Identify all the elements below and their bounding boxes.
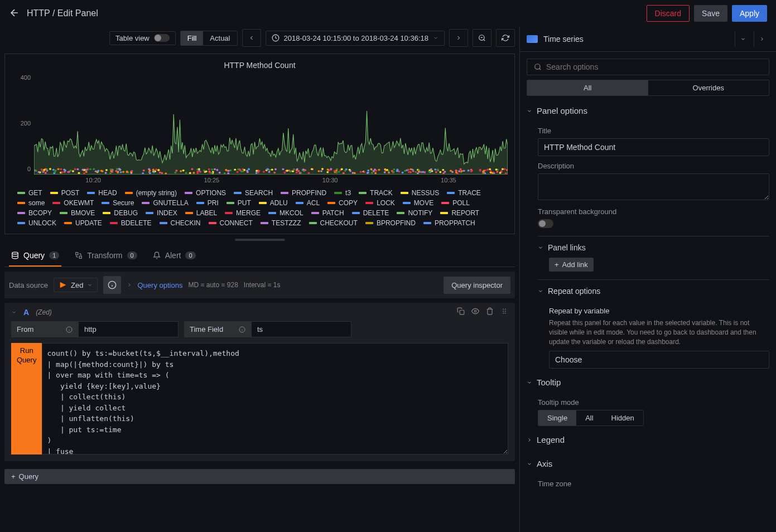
time-back-button[interactable] <box>242 29 261 47</box>
legend-item[interactable]: INDEX <box>146 209 177 217</box>
title-input[interactable] <box>538 138 769 156</box>
legend-item[interactable]: POST <box>50 189 80 197</box>
visualization-picker[interactable]: Time series <box>520 27 776 52</box>
legend-item[interactable]: DELETE <box>352 209 389 217</box>
legend-item[interactable]: DEBUG <box>103 209 138 217</box>
legend-item[interactable]: ACL <box>296 199 320 207</box>
legend-item[interactable]: POLL <box>441 199 470 207</box>
section-panel-options[interactable]: Panel options <box>527 100 769 121</box>
legend-item[interactable]: OKEWMT <box>52 199 94 207</box>
duplicate-query-button[interactable] <box>457 307 465 317</box>
legend-item[interactable]: GET <box>17 189 42 197</box>
zoom-out-button[interactable] <box>473 29 491 47</box>
datasource-help-button[interactable] <box>103 276 121 294</box>
discard-button[interactable]: Discard <box>647 5 690 22</box>
legend-item[interactable]: some <box>17 199 45 207</box>
query-options-link[interactable]: Query options <box>138 281 183 289</box>
legend-item[interactable]: PATCH <box>311 209 344 217</box>
run-query-button[interactable]: RunQuery <box>11 343 42 454</box>
delete-query-button[interactable] <box>486 307 494 317</box>
tab-alert[interactable]: Alert 0 <box>151 245 198 267</box>
legend-item[interactable]: GNUTELLA <box>142 199 188 207</box>
query-letter[interactable]: A <box>23 308 29 317</box>
legend-item[interactable]: PRI <box>196 199 219 207</box>
search-options-box[interactable] <box>527 59 769 75</box>
legend-item[interactable]: (empty string) <box>125 189 177 197</box>
section-panel-links[interactable]: Panel links <box>538 238 769 258</box>
chart-plot[interactable] <box>34 74 508 175</box>
table-view-toggle[interactable]: Table view <box>109 31 176 45</box>
viz-dropdown-button[interactable] <box>735 31 750 47</box>
apply-button[interactable]: Apply <box>732 5 767 22</box>
legend-item[interactable]: CHECKIN <box>160 219 201 227</box>
section-legend[interactable]: Legend <box>527 429 769 450</box>
legend-item[interactable]: TRACE <box>447 189 481 197</box>
legend-item[interactable]: PROPFIND <box>281 189 326 197</box>
legend-item[interactable]: TESTZZZ <box>261 219 301 227</box>
legend-item[interactable]: MERGE <box>225 209 261 217</box>
add-link-button[interactable]: + Add link <box>549 258 594 272</box>
legend-item[interactable]: REPORT <box>440 209 479 217</box>
fill-option[interactable]: Fill <box>181 31 204 45</box>
legend-item[interactable]: CONNECT <box>209 219 253 227</box>
tab-query[interactable]: Query 1 <box>9 245 61 267</box>
legend-item[interactable]: t3 <box>334 189 351 197</box>
viz-expand-button[interactable] <box>754 31 769 47</box>
legend-item[interactable]: CHECKOUT <box>309 219 358 227</box>
tab-all[interactable]: All <box>527 80 648 95</box>
chevron-down-icon[interactable] <box>11 309 17 315</box>
legend-item[interactable]: PROPPATCH <box>423 219 475 227</box>
legend-item[interactable]: BPROPFIND <box>365 219 416 227</box>
from-input[interactable] <box>78 321 179 337</box>
section-axis[interactable]: Axis <box>527 453 769 474</box>
refresh-button[interactable] <box>496 29 515 47</box>
add-query-button[interactable]: + Query <box>4 469 515 484</box>
tab-overrides[interactable]: Overrides <box>648 80 769 95</box>
time-forward-button[interactable] <box>449 29 468 47</box>
data-source-picker[interactable]: Zed <box>54 278 97 292</box>
time-range-picker[interactable]: 2018-03-24 10:15:00 to 2018-03-24 10:36:… <box>266 31 445 46</box>
tab-transform[interactable]: Transform 0 <box>73 245 139 267</box>
description-input[interactable] <box>538 173 769 200</box>
legend-item[interactable]: MKCOL <box>268 209 303 217</box>
legend-item[interactable]: NOTIFY <box>397 209 432 217</box>
search-options-input[interactable] <box>546 62 762 71</box>
tooltip-hidden[interactable]: Hidden <box>603 410 643 425</box>
info-icon[interactable] <box>239 326 245 333</box>
transparent-switch[interactable] <box>538 219 553 228</box>
legend-item[interactable]: UNLOCK <box>17 219 56 227</box>
legend-item[interactable]: LABEL <box>185 209 217 217</box>
legend-item[interactable]: BMOVE <box>60 209 95 217</box>
actual-option[interactable]: Actual <box>203 31 237 45</box>
legend-item[interactable]: ADLU <box>259 199 288 207</box>
time-field-input[interactable] <box>251 321 351 337</box>
tooltip-single[interactable]: Single <box>538 410 576 425</box>
query-inspector-button[interactable]: Query inspector <box>444 277 510 294</box>
legend-item[interactable]: NESSUS <box>401 189 439 197</box>
legend-item[interactable]: BCOPY <box>17 209 52 217</box>
legend-item[interactable]: TRACK <box>359 189 393 197</box>
save-button[interactable]: Save <box>694 5 727 22</box>
legend-item[interactable]: HEAD <box>87 189 117 197</box>
query-textarea[interactable] <box>42 343 508 454</box>
resize-handle[interactable] <box>235 239 285 241</box>
repeat-variable-select[interactable]: Choose <box>549 351 769 369</box>
legend-item[interactable]: LOCK <box>365 199 395 207</box>
legend-item[interactable]: PUT <box>226 199 251 207</box>
info-icon[interactable] <box>66 326 73 333</box>
drag-handle[interactable] <box>500 307 508 317</box>
back-icon[interactable] <box>9 7 20 20</box>
legend-item[interactable]: Secure <box>102 199 134 207</box>
section-tooltip[interactable]: Tooltip <box>527 372 769 393</box>
legend-item[interactable]: MOVE <box>403 199 433 207</box>
legend-item[interactable]: UPDATE <box>64 219 102 227</box>
legend-item[interactable]: SEARCH <box>234 189 273 197</box>
legend-item[interactable]: COPY <box>327 199 358 207</box>
legend-item[interactable]: OPTIONS <box>185 189 226 197</box>
legend-item[interactable]: BDELETE <box>110 219 152 227</box>
info-icon <box>108 280 117 289</box>
toggle-visibility-button[interactable] <box>471 307 479 317</box>
tooltip-all[interactable]: All <box>576 410 602 425</box>
table-view-switch[interactable] <box>154 34 170 42</box>
section-repeat-options[interactable]: Repeat options <box>538 281 769 301</box>
